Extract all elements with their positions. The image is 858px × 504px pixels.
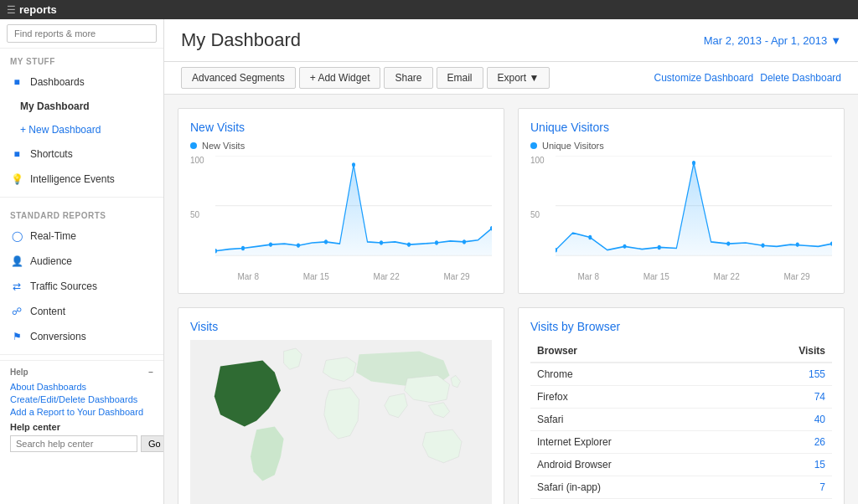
- advanced-segments-button[interactable]: Advanced Segments: [181, 67, 296, 89]
- realtime-icon: ◯: [10, 229, 23, 243]
- dashboards-icon: ■: [10, 75, 23, 89]
- world-map-svg: [190, 340, 492, 504]
- toolbar-right: Customize Dashboard Delete Dashboard: [654, 72, 841, 84]
- svg-point-20: [658, 245, 661, 249]
- map-area: [190, 340, 492, 504]
- sidebar-item-my-dashboard[interactable]: My Dashboard: [0, 95, 163, 118]
- share-button[interactable]: Share: [384, 67, 432, 89]
- audience-icon: 👤: [10, 255, 23, 268]
- sidebar-item-realtime[interactable]: ◯ Real-Time: [0, 224, 163, 249]
- visits-col-header: Visits: [737, 340, 832, 363]
- main-header: My Dashboard Mar 2, 2013 - Apr 1, 2013 ▼: [164, 19, 858, 62]
- sidebar-item-dashboards[interactable]: ■ Dashboards: [0, 69, 163, 95]
- svg-point-19: [623, 244, 626, 249]
- new-visits-title: New Visits: [190, 121, 492, 134]
- svg-point-21: [692, 161, 695, 165]
- export-chevron-icon: ▼: [530, 72, 540, 84]
- help-section: Help − About Dashboards Create/Edit/Dele…: [0, 360, 163, 459]
- help-search-button[interactable]: Go: [141, 435, 164, 452]
- delete-dashboard-button[interactable]: Delete Dashboard: [760, 72, 841, 84]
- svg-point-23: [761, 244, 764, 248]
- new-visits-widget: New Visits New Visits 100 50 Mar 8 Mar 1…: [178, 108, 504, 294]
- add-widget-button[interactable]: + Add Widget: [299, 67, 381, 89]
- browser-visits: 155: [737, 363, 832, 386]
- browser-table-header: Browser Visits: [530, 340, 832, 363]
- intelligence-events-icon: 💡: [10, 172, 23, 186]
- email-button[interactable]: Email: [437, 67, 483, 89]
- new-visits-y-labels: 100 50: [190, 156, 215, 265]
- export-button[interactable]: Export ▼: [487, 67, 550, 89]
- browser-table-row: Chrome155: [530, 363, 832, 386]
- browser-table: Browser Visits Chrome155Firefox74Safari4…: [530, 340, 832, 499]
- shortcuts-label: Shortcuts: [30, 148, 73, 160]
- dashboard-grid: New Visits New Visits 100 50 Mar 8 Mar 1…: [164, 95, 858, 504]
- conversions-label: Conversions: [30, 331, 86, 342]
- shortcuts-icon: ■: [10, 147, 23, 161]
- svg-point-10: [407, 242, 411, 246]
- browser-table-body: Chrome155Firefox74Safari40Internet Explo…: [530, 363, 832, 499]
- sidebar-item-new-dashboard[interactable]: + New Dashboard: [0, 118, 163, 141]
- visits-map-widget: Visits: [178, 307, 504, 504]
- browser-widget-title: Visits by Browser: [530, 320, 832, 333]
- visits-map-title: Visits: [190, 320, 492, 333]
- chevron-down-icon: ▼: [830, 34, 841, 47]
- my-dashboard-label: My Dashboard: [20, 100, 90, 112]
- svg-point-9: [380, 240, 383, 244]
- sidebar-item-shortcuts[interactable]: ■ Shortcuts: [0, 141, 163, 167]
- svg-point-11: [435, 240, 438, 244]
- browser-table-row: Safari40: [530, 409, 832, 431]
- toolbar: Advanced Segments + Add Widget Share Ema…: [164, 62, 858, 95]
- topbar: ☰ reports: [0, 0, 858, 19]
- svg-point-18: [588, 235, 592, 239]
- help-link-about[interactable]: About Dashboards: [10, 382, 153, 392]
- sidebar: MY STUFF ■ Dashboards My Dashboard + New…: [0, 19, 164, 504]
- audience-label: Audience: [30, 255, 72, 267]
- help-minimize-icon[interactable]: −: [148, 368, 153, 377]
- content-label: Content: [30, 306, 65, 317]
- topbar-label: reports: [19, 3, 57, 16]
- intelligence-events-label: Intelligence Events: [30, 173, 115, 185]
- sidebar-item-intelligence-events[interactable]: 💡 Intelligence Events: [0, 167, 163, 192]
- sidebar-item-traffic-sources[interactable]: ⇄ Traffic Sources: [0, 274, 163, 299]
- browser-name: Internet Explorer: [530, 431, 737, 454]
- help-link-add-report[interactable]: Add a Report to Your Dashboard: [10, 407, 153, 417]
- unique-visitors-chart: 100 50 Mar 8 Mar 15 Mar 22 Mar 29: [530, 156, 832, 281]
- browser-name: Safari: [530, 409, 737, 431]
- browser-col-header: Browser: [530, 340, 737, 363]
- browser-visits: 40: [737, 409, 832, 431]
- svg-point-5: [269, 242, 272, 246]
- standard-reports-section-title: STANDARD REPORTS: [0, 203, 163, 224]
- realtime-label: Real-Time: [30, 230, 76, 242]
- main-content: My Dashboard Mar 2, 2013 - Apr 1, 2013 ▼…: [164, 19, 858, 504]
- search-input[interactable]: [7, 24, 157, 43]
- svg-point-6: [297, 244, 300, 248]
- svg-point-24: [796, 242, 799, 246]
- help-link-create[interactable]: Create/Edit/Delete Dashboards: [10, 394, 153, 404]
- browser-name: Android Browser: [530, 454, 737, 476]
- conversions-icon: ⚑: [10, 330, 23, 343]
- sidebar-item-conversions[interactable]: ⚑ Conversions: [0, 324, 163, 349]
- browser-visits: 7: [737, 476, 832, 499]
- date-range[interactable]: Mar 2, 2013 - Apr 1, 2013 ▼: [704, 34, 841, 47]
- page-title: My Dashboard: [181, 29, 301, 51]
- help-search-input[interactable]: [10, 435, 137, 452]
- new-visits-chart: 100 50 Mar 8 Mar 15 Mar 22 Mar 29: [190, 156, 492, 281]
- sidebar-item-content[interactable]: ☍ Content: [0, 299, 163, 324]
- traffic-sources-label: Traffic Sources: [30, 280, 97, 292]
- help-title: Help −: [10, 368, 153, 377]
- new-visits-canvas: [215, 156, 492, 265]
- customize-dashboard-button[interactable]: Customize Dashboard: [654, 72, 754, 84]
- unique-visitors-title: Unique Visitors: [530, 121, 832, 134]
- visits-by-browser-widget: Visits by Browser Browser Visits Chrome1…: [518, 307, 845, 504]
- unique-visitors-x-labels: Mar 8 Mar 15 Mar 22 Mar 29: [556, 272, 832, 281]
- svg-point-12: [463, 239, 466, 244]
- unique-visitors-widget: Unique Visitors Unique Visitors 100 50 M…: [518, 108, 845, 294]
- svg-point-8: [352, 162, 355, 167]
- browser-visits: 26: [737, 431, 832, 454]
- browser-table-row: Safari (in-app)7: [530, 476, 832, 499]
- svg-point-4: [241, 246, 245, 250]
- new-visits-x-labels: Mar 8 Mar 15 Mar 22 Mar 29: [215, 272, 492, 281]
- sidebar-item-audience[interactable]: 👤 Audience: [0, 249, 163, 274]
- browser-name: Chrome: [530, 363, 737, 386]
- svg-point-22: [726, 241, 730, 245]
